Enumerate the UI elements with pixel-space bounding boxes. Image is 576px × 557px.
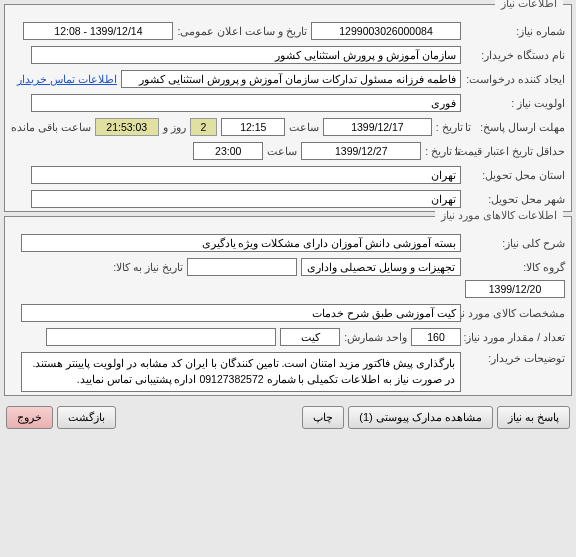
credit-date: 1399/12/27 [301,142,421,160]
requester-label: ایجاد کننده درخواست: [465,73,565,85]
to-date-label: تا تاریخ : [436,121,472,133]
deadline-label: مهلت ارسال پاسخ: [475,121,565,133]
buyer-org-label: نام دستگاه خریدار: [465,49,565,61]
back-button[interactable]: بازگشت [57,406,116,429]
qty-label: تعداد / مقدار مورد نیاز: [465,331,565,343]
announce-value: 1399/12/14 - 12:08 [23,22,173,40]
remain-time: 21:53:03 [95,118,159,136]
group-label: گروه کالا: [465,261,565,273]
credit-to-date-label: تا تاریخ : [425,145,461,157]
buyer-contact-link[interactable]: اطلاعات تماس خریدار [17,73,117,85]
spec-value: کیت آموزشی طبق شرح خدمات [21,304,461,322]
deadline-time-label: ساعت [289,121,319,133]
print-button[interactable]: چاپ [302,406,344,429]
requester-value: فاطمه فرزانه مسئول تدارکات سازمان آموزش … [121,70,461,88]
notes-label: توضیحات خریدار: [465,352,565,364]
button-bar: پاسخ به نیاز مشاهده مدارک پیوستی (1) چاپ… [0,400,576,435]
unit-value: کیت [280,328,340,346]
group-value: تجهیزات و وسایل تحصیلی واداری [301,258,461,276]
respond-button[interactable]: پاسخ به نیاز [497,406,570,429]
deadline-time: 12:15 [221,118,285,136]
attachments-button[interactable]: مشاهده مدارک پیوستی (1) [348,406,493,429]
group-extra [187,258,297,276]
delivery-state-value: تهران [31,166,461,184]
need-info-title: اطلاعات نیاز [495,0,563,10]
deadline-date: 1399/12/17 [323,118,432,136]
unit-label: واحد شمارش: [344,331,407,343]
need-date-label: تاریخ نیاز به کالا: [113,261,183,273]
goods-info-title: اطلاعات کالاهای مورد نیاز [435,209,563,222]
goods-info-section: اطلاعات کالاهای مورد نیاز شرح کلی نیاز: … [4,216,572,396]
gen-desc-value: بسته آموزشی دانش آموزان دارای مشکلات ویژ… [21,234,461,252]
delivery-city-value: تهران [31,190,461,208]
remain-suffix: ساعت باقی مانده [11,121,91,133]
min-credit-label: حداقل تاریخ اعتبار قیمت: [465,145,565,157]
announce-label: تاریخ و ساعت اعلان عمومی: [177,25,307,37]
delivery-city-label: شهر محل تحویل: [465,193,565,205]
need-no-value: 1299003026000084 [311,22,461,40]
buyer-org-value: سازمان آموزش و پرورش استثنایی کشور [31,46,461,64]
qty-extra [46,328,276,346]
priority-label: اولویت نیاز : [465,97,565,109]
delivery-state-label: استان محل تحویل: [465,169,565,181]
spec-label: مشخصات کالای مورد نیاز: [465,307,565,319]
exit-button[interactable]: خروج [6,406,53,429]
priority-value: فوری [31,94,461,112]
gen-desc-label: شرح کلی نیاز: [465,237,565,249]
days-and-label: روز و [163,121,186,133]
need-date-value: 1399/12/20 [465,280,565,298]
credit-time: 23:00 [193,142,263,160]
need-info-section: اطلاعات نیاز شماره نیاز: 129900302600008… [4,4,572,212]
need-no-label: شماره نیاز: [465,25,565,37]
credit-time-label: ساعت [267,145,297,157]
remain-days: 2 [190,118,218,136]
notes-value: بارگذاری پیش فاکتور مزید امتنان است. تام… [21,352,461,392]
qty-value: 160 [411,328,461,346]
